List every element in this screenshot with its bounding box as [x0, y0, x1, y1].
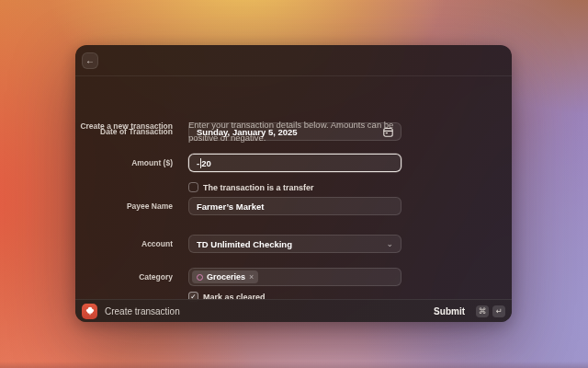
transfer-checkbox[interactable] [188, 182, 198, 192]
extension-logo-icon [82, 304, 97, 319]
amount-input[interactable]: - 20 [188, 154, 401, 172]
account-select[interactable]: TD Unlimited Checking ⌄ [188, 235, 401, 253]
back-button[interactable]: ← [82, 52, 98, 69]
date-picker-field[interactable]: Sunday, January 5, 2025 [188, 122, 401, 141]
back-arrow-icon: ← [85, 55, 95, 65]
chevron-down-icon: ⌄ [386, 240, 393, 247]
submit-button[interactable]: Submit [434, 306, 465, 316]
berry-tree-glyph [85, 305, 96, 316]
amount-value-after-caret: 20 [201, 158, 211, 168]
category-color-dot-icon [197, 274, 203, 281]
transfer-checkbox-label: The transaction is a transfer [203, 183, 314, 192]
window-header: ← [75, 45, 512, 76]
category-input[interactable]: Groceries × [188, 268, 401, 286]
payee-input[interactable]: Farmer’s Market [188, 197, 401, 215]
payee-value: Farmer’s Market [197, 201, 264, 212]
category-tag[interactable]: Groceries × [192, 270, 258, 283]
account-label: Account [75, 239, 173, 248]
account-value: TD Unlimited Checking [197, 239, 292, 249]
return-key-icon: ↵ [492, 305, 505, 317]
amount-label: Amount ($) [75, 158, 173, 167]
command-key-icon: ⌘ [476, 305, 489, 317]
desktop-background: ← Create a new transaction Enter your tr… [0, 0, 588, 368]
action-bar: Create transaction Submit ⌘ ↵ [75, 299, 512, 322]
calendar-icon [383, 127, 393, 137]
raycast-window: ← Create a new transaction Enter your tr… [75, 45, 512, 322]
action-title: Create transaction [105, 306, 180, 316]
date-label: Date of Transaction [75, 127, 173, 136]
category-tag-name: Groceries [207, 272, 245, 282]
remove-tag-icon[interactable]: × [249, 272, 254, 282]
category-label: Category [75, 272, 173, 282]
form-content: Create a new transaction Enter your tran… [75, 76, 512, 299]
date-value: Sunday, January 5, 2025 [197, 127, 298, 137]
payee-label: Payee Name [75, 201, 173, 211]
transfer-checkbox-row: The transaction is a transfer [188, 182, 314, 192]
